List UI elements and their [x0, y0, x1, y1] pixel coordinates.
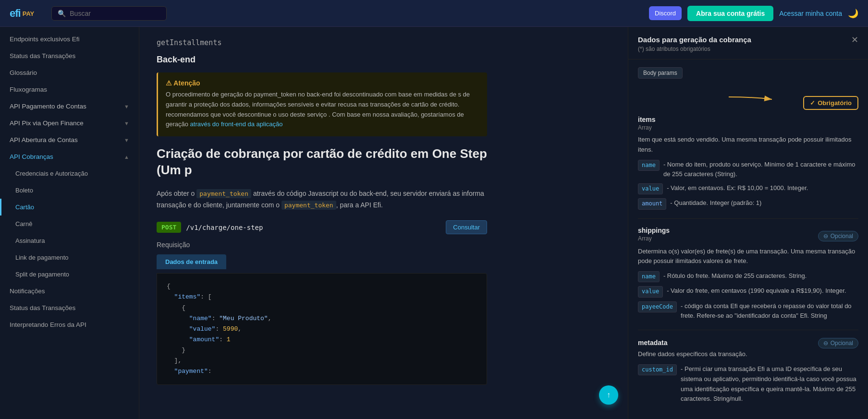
items-field-type: Array	[638, 124, 858, 131]
metadata-header-row: metadata ⊖ Opcional	[638, 338, 858, 348]
sidebar-item-erros-api[interactable]: Interpretando Erros da API	[0, 316, 139, 333]
param-text-shipping-value: - Valor do frete, em centavos (1990 equi…	[667, 286, 846, 296]
nav-right: Discord Abra sua conta grátis Acessar mi…	[649, 6, 858, 21]
sidebar-group-pagamento-contas[interactable]: API Pagamento de Contas ▼	[0, 98, 139, 115]
sidebar-group-cobranças[interactable]: API Cobranças ▲	[0, 148, 139, 165]
endpoint-path: /v1/charge/one-step	[186, 224, 263, 231]
shippings-header-row: shippings Array ⊖ Opcional	[638, 227, 858, 246]
param-text-name: - Nome do item, produto ou serviço. Míni…	[663, 160, 858, 180]
sidebar-item-glossario[interactable]: Glossário	[0, 64, 139, 81]
chevron-down-icon: ▼	[124, 120, 129, 126]
sidebar-item-endpoints[interactable]: Endpoints exclusivos Efi	[0, 31, 139, 48]
metadata-field-section: metadata ⊖ Opcional Define dados específ…	[638, 338, 858, 404]
requisition-label: Requisição	[157, 241, 487, 249]
description-text: Após obter o payment_token através do có…	[157, 188, 487, 211]
sidebar-item-split-pagamento[interactable]: Split de pagamento	[0, 266, 139, 283]
shippings-field-name: shippings	[638, 227, 670, 234]
post-badge: POST	[157, 222, 181, 233]
items-field-name: items	[638, 116, 858, 123]
param-badge-custom-id: custom_id	[638, 364, 677, 375]
code-block-tabs: Dados de entrada	[157, 254, 487, 269]
warning-text: O procedimento de geração do payment_tok…	[166, 90, 479, 130]
param-badge-payeecode: payeeCode	[638, 301, 677, 312]
sidebar-item-cartao[interactable]: Cartão	[0, 199, 139, 215]
param-badge-value: value	[638, 183, 663, 194]
param-row-amount: amount - Quantidade. Integer (padrão: 1)	[638, 198, 858, 209]
inline-code-1: payment_token	[196, 189, 251, 198]
search-bar[interactable]: 🔍	[51, 6, 167, 21]
sidebar-item-assinatura[interactable]: Assinatura	[0, 232, 139, 249]
search-icon: 🔍	[58, 10, 66, 17]
param-row-custom-id: custom_id - Permi ciar uma transação Efi…	[638, 364, 858, 404]
right-panel: Dados para geração da cobrança (*) são a…	[628, 27, 868, 419]
param-row-shipping-name: name - Rótulo do frete. Máximo de 255 ca…	[638, 271, 858, 282]
param-badge-amount: amount	[638, 198, 666, 209]
shippings-name-type: shippings Array	[638, 227, 670, 246]
inline-code-2: payment_token	[281, 201, 336, 210]
minus-circle-icon-2: ⊖	[823, 340, 828, 347]
param-text-custom-id: - Permi ciar uma transação Efi a uma ID …	[681, 364, 858, 404]
params-tag: Body params	[638, 67, 683, 79]
sidebar-item-credenciais[interactable]: Credenciais e Autorização	[0, 165, 139, 182]
backend-title: Back-end	[157, 55, 487, 65]
param-row-shipping-value: value - Valor do frete, em centavos (199…	[638, 286, 858, 297]
sidebar-group-open-finance[interactable]: API Pix via Open Finance ▼	[0, 115, 139, 132]
param-text-value: - Valor, em centavos. Ex: R$ 10,00 = 100…	[667, 183, 808, 193]
endpoint-label: getInstallments	[157, 38, 487, 47]
sidebar-item-fluxogramas[interactable]: Fluxogramas	[0, 81, 139, 98]
panel-header-text: Dados para geração da cobrança (*) são a…	[638, 36, 751, 52]
sidebar-item-status-transacoes-2[interactable]: Status das Transações	[0, 299, 139, 316]
arrow-annotation-row: ✓ Obrigatório	[638, 96, 858, 110]
tab-dados-entrada[interactable]: Dados de entrada	[157, 254, 226, 269]
arrow-svg	[724, 92, 782, 107]
sidebar-item-status-transacoes[interactable]: Status das Transações	[0, 48, 139, 64]
sidebar-group-abertura-contas[interactable]: API Abertura de Contas ▼	[0, 132, 139, 148]
params-tag-row: Body params	[638, 67, 858, 86]
theme-toggle-button[interactable]: 🌙	[848, 8, 858, 19]
minus-circle-icon: ⊖	[823, 233, 828, 239]
param-badge-name: name	[638, 160, 660, 171]
arrow-up-icon: ↑	[607, 391, 611, 399]
param-row-name: name - Nome do item, produto ou serviço.…	[638, 160, 858, 180]
main-title: Criação de cobrança por cartão de crédit…	[157, 146, 487, 179]
warning-box: ⚠ Atenção O procedimento de geração do p…	[157, 72, 487, 136]
sidebar-item-link-pagamento[interactable]: Link de pagamento	[0, 249, 139, 266]
endpoint-row: POST /v1/charge/one-step Consultar	[157, 220, 487, 234]
login-button[interactable]: Acessar minha conta	[779, 10, 842, 17]
panel-header: Dados para geração da cobrança (*) são a…	[628, 27, 868, 60]
sidebar: Endpoints exclusivos Efi Status das Tran…	[0, 27, 139, 419]
discord-button[interactable]: Discord	[649, 6, 682, 20]
content-area: getInstallments Back-end ⚠ Atenção O pro…	[139, 27, 628, 419]
logo-pay-text: PAY	[23, 10, 35, 17]
consult-button[interactable]: Consultar	[446, 220, 487, 234]
section-divider-2	[638, 330, 858, 330]
sidebar-item-carne[interactable]: Carnê	[0, 215, 139, 232]
logo-efi-text: efi	[10, 7, 21, 20]
sidebar-item-notificacoes[interactable]: Notificações	[0, 283, 139, 299]
panel-body: Body params ✓ Obrigatório	[628, 60, 868, 419]
shippings-field-desc: Determina o(s) valor(es) de frete(s) de …	[638, 247, 858, 267]
shippings-field-section: shippings Array ⊖ Opcional Determina o(s…	[638, 227, 858, 322]
scroll-to-top-button[interactable]: ↑	[599, 385, 618, 405]
top-navigation: efi PAY 🔍 Discord Abra sua conta grátis …	[0, 0, 868, 27]
obrigatorio-badge: ✓ Obrigatório	[803, 96, 858, 110]
optional-badge-metadata: ⊖ Opcional	[818, 338, 858, 348]
search-input[interactable]	[70, 10, 160, 17]
param-row-value: value - Valor, em centavos. Ex: R$ 10,00…	[638, 183, 858, 194]
param-text-amount: - Quantidade. Integer (padrão: 1)	[670, 198, 761, 208]
main-layout: Endpoints exclusivos Efi Status das Tran…	[0, 27, 868, 419]
warning-link[interactable]: através do front-end da aplicação	[190, 120, 283, 128]
close-button[interactable]: ✕	[851, 36, 858, 44]
optional-badge-shippings: ⊖ Opcional	[818, 231, 858, 241]
param-text-payeecode: - código da conta Efi que receberá o rep…	[681, 301, 858, 322]
cta-button[interactable]: Abra sua conta grátis	[687, 6, 773, 21]
items-field-section: items Array Item que está sendo vendido.…	[638, 116, 858, 210]
content-inner: getInstallments Back-end ⚠ Atenção O pro…	[139, 27, 504, 396]
chevron-down-icon: ▼	[124, 137, 129, 143]
sidebar-item-boleto[interactable]: Boleto	[0, 182, 139, 199]
metadata-field-desc: Define dados específicos da transação.	[638, 349, 858, 359]
items-field-desc: Item que está sendo vendido. Uma mesma t…	[638, 135, 858, 155]
panel-title: Dados para geração da cobrança	[638, 36, 751, 44]
logo[interactable]: efi PAY	[10, 7, 34, 20]
chevron-down-icon: ▼	[124, 104, 129, 109]
